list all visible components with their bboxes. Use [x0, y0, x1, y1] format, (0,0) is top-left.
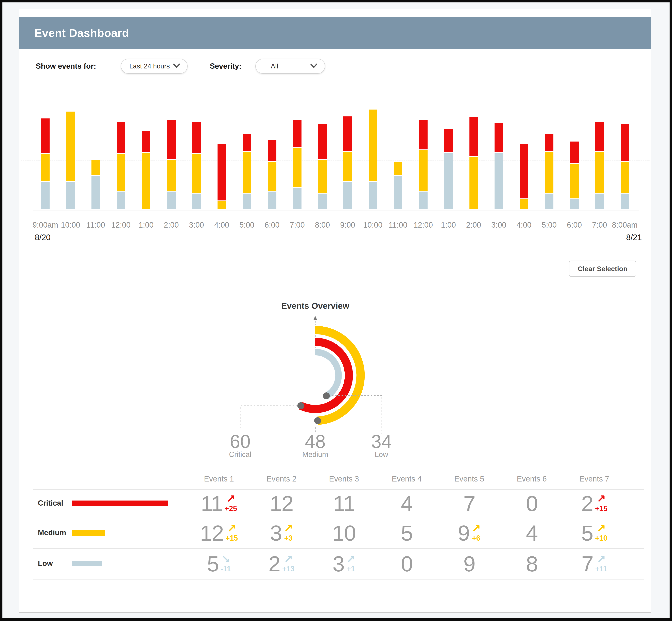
- bar-segment-critical: [192, 122, 201, 153]
- table-col-header: Events 7: [563, 474, 626, 483]
- trend-delta: +15: [226, 534, 238, 542]
- bar-segment-critical: [218, 144, 226, 201]
- trend-indicator: ↘-11: [221, 554, 231, 573]
- cell-value: 0: [526, 491, 538, 516]
- trend-indicator: ↗+11: [595, 554, 607, 573]
- table-divider: [33, 548, 644, 549]
- cell-value: 9: [458, 521, 469, 546]
- row-label-low: Low: [38, 559, 53, 568]
- bar-segment-medium: [545, 152, 553, 193]
- bar-segment-low: [192, 194, 201, 209]
- bar-10:00-13[interactable]: [369, 110, 377, 209]
- bar-2:00-17[interactable]: [469, 117, 478, 209]
- cell-value: 12: [200, 521, 223, 546]
- trend-up-arrow-icon: ↗: [472, 524, 481, 534]
- chart-baseline: [33, 211, 639, 211]
- bar-segment-medium: [167, 160, 176, 191]
- bar-segment-low: [293, 188, 302, 209]
- trend-up-arrow-icon: ↗: [227, 524, 236, 534]
- gauge-medium-label: Medium: [285, 450, 346, 459]
- bar-10:00-1[interactable]: [66, 112, 75, 209]
- bar-segment-critical: [444, 129, 453, 152]
- bar-segment-medium: [142, 153, 150, 209]
- table-cell: 5: [375, 519, 438, 547]
- cell-value: 2: [581, 491, 593, 516]
- bar-segment-low: [369, 182, 377, 209]
- bar-segment-medium: [117, 154, 125, 191]
- cell-value: 7: [463, 491, 475, 516]
- time-axis-label: 8:00am: [610, 221, 640, 230]
- bar-11:00-2[interactable]: [91, 160, 100, 209]
- trend-indicator: ↗+13: [282, 554, 295, 573]
- gauge-low-value: 34: [351, 431, 412, 452]
- bar-12:00-15[interactable]: [419, 120, 428, 209]
- table-cell: 2↗+13: [250, 549, 313, 578]
- bar-5:00-20[interactable]: [545, 134, 553, 209]
- cell-value: 4: [401, 491, 413, 516]
- time-range-dropdown[interactable]: Last 24 hours: [121, 59, 188, 74]
- table-cell: 8: [500, 549, 563, 578]
- trend-up-arrow-icon: ↗: [226, 494, 235, 504]
- row-label-medium: Medium: [38, 529, 66, 537]
- trend-indicator: ↗+15: [226, 524, 238, 542]
- bar-1:00-16[interactable]: [444, 129, 453, 209]
- bar-5:00-8[interactable]: [242, 134, 251, 209]
- table-cell: 11: [313, 489, 375, 518]
- bar-2:00-5[interactable]: [167, 120, 176, 209]
- show-events-label: Show events for:: [36, 59, 96, 74]
- bar-segment-critical: [293, 120, 302, 148]
- bar-3:00-6[interactable]: [192, 122, 201, 209]
- bar-9:00am-0[interactable]: [41, 118, 50, 209]
- bar-1:00-4[interactable]: [142, 131, 150, 209]
- trend-up-arrow-icon: ↗: [596, 494, 606, 504]
- bar-segment-medium: [595, 152, 604, 193]
- cell-value: 5: [401, 521, 413, 546]
- cell-value: 3: [270, 521, 282, 546]
- bar-segment-low: [419, 192, 428, 209]
- bar-6:00-21[interactable]: [570, 141, 579, 209]
- threshold-gridline: [21, 161, 649, 161]
- table-cell: 9↗+6: [438, 519, 501, 547]
- bar-segment-medium: [218, 201, 226, 209]
- table-cell: 3↗+1: [313, 549, 375, 578]
- cell-value: 11: [201, 491, 223, 516]
- bar-4:00-7[interactable]: [218, 144, 226, 209]
- bar-8:00-11[interactable]: [318, 124, 327, 209]
- trend-delta: +3: [284, 534, 293, 542]
- bar-segment-critical: [621, 124, 629, 161]
- legend-swatch-medium: [72, 530, 105, 536]
- bar-segment-medium: [41, 154, 50, 181]
- bar-7:00-22[interactable]: [595, 122, 604, 209]
- bar-segment-low: [117, 192, 125, 209]
- bar-segment-medium: [192, 154, 201, 193]
- bar-segment-critical: [142, 131, 150, 152]
- bar-6:00-9[interactable]: [268, 140, 276, 209]
- clear-selection-button[interactable]: Clear Selection: [569, 260, 636, 277]
- trend-delta: +6: [472, 534, 480, 542]
- bar-8:00am-23[interactable]: [621, 124, 629, 209]
- table-cell: 5↗+10: [563, 519, 626, 547]
- bar-12:00-3[interactable]: [117, 122, 125, 209]
- trend-indicator: ↗+10: [595, 524, 608, 542]
- cell-value: 8: [526, 551, 538, 576]
- bar-3:00-18[interactable]: [495, 123, 503, 209]
- bar-11:00-14[interactable]: [394, 162, 402, 209]
- trend-delta: +10: [595, 534, 608, 542]
- bar-segment-medium: [66, 112, 75, 181]
- bar-segment-low: [495, 153, 503, 209]
- bar-segment-critical: [41, 118, 50, 153]
- bar-segment-medium: [419, 150, 428, 191]
- bar-segment-low: [41, 182, 50, 209]
- cell-value: 4: [526, 521, 538, 546]
- trend-indicator: ↗+25: [225, 494, 237, 513]
- bar-4:00-19[interactable]: [520, 144, 528, 209]
- bar-7:00-10[interactable]: [293, 120, 302, 209]
- time-range-value: Last 24 hours: [129, 63, 170, 70]
- cell-value: 2: [268, 551, 280, 576]
- bar-9:00-12[interactable]: [343, 116, 352, 209]
- table-col-header: Events 6: [500, 474, 563, 483]
- bar-segment-medium: [268, 162, 276, 191]
- severity-dropdown[interactable]: All: [255, 59, 325, 74]
- cell-value: 9: [463, 551, 475, 576]
- trend-up-arrow-icon: ↗: [284, 524, 293, 534]
